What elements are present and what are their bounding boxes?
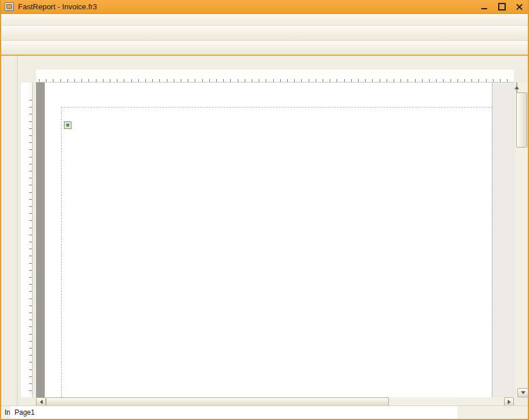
vertical-scroll-thumb[interactable] [516,92,527,148]
scroll-left-button[interactable] [36,397,46,406]
active-page-indicator: Page1 [10,406,457,419]
window-controls [476,0,528,13]
minimize-button[interactable] [476,0,493,13]
app-icon [5,2,14,11]
status-bar: Inches 6.68; 2.39 Page1 [1,405,528,419]
scroll-up-button[interactable] [516,82,517,93]
close-button[interactable] [510,0,528,13]
page-shadow [36,82,45,397]
picture-placeholder[interactable] [64,121,72,129]
scroll-right-button[interactable] [504,397,514,406]
title-bar: FastReport - Invoice.fr3 [1,0,528,14]
scroll-down-button[interactable] [517,388,528,397]
window-title: FastReport - Invoice.fr3 [18,2,97,11]
object-toolbar [1,56,17,405]
maximize-button[interactable] [493,0,510,13]
horizontal-ruler [36,70,514,82]
menu-bar [1,14,528,26]
design-canvas[interactable] [36,82,514,397]
horizontal-scroll-thumb[interactable] [46,397,389,406]
page-margin-frame [61,107,492,397]
standard-toolbar [1,26,528,41]
text-toolbar [1,41,528,56]
ruler-corner [17,70,36,82]
vertical-scrollbar[interactable] [516,82,528,397]
app-window: FastReport - Invoice.fr3 Inches [0,0,529,420]
vertical-ruler [21,82,33,397]
tab-bar [1,56,528,70]
